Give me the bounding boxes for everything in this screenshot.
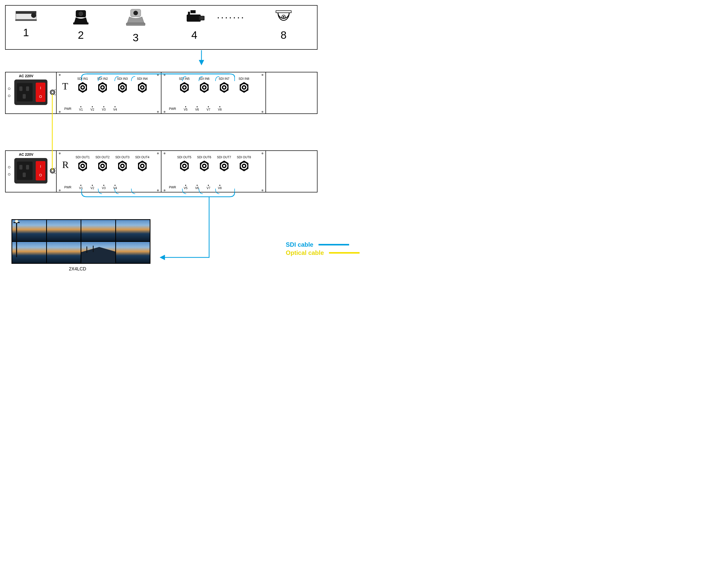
svg-point-30 bbox=[55, 89, 56, 90]
sdi-in5-port: SDI IN5 bbox=[177, 77, 192, 94]
box-camera-icon bbox=[13, 8, 39, 23]
camera-8-number: 8 bbox=[268, 29, 299, 41]
receiver-right-module: ⊕ ⊕ ⊕ ⊕ SDI OUT5 SDI OUT6 SDI OUT7 SDI bbox=[161, 151, 266, 192]
svg-rect-116 bbox=[93, 246, 94, 252]
camera-8: 8 bbox=[268, 8, 299, 41]
video-wall bbox=[12, 219, 150, 264]
camera-sources-panel: 1 2 3 bbox=[5, 5, 318, 50]
sdi-out4-port: SDI OUT4 bbox=[135, 155, 150, 173]
lcd-tile bbox=[81, 220, 115, 241]
transmitter-right-module: ⊕ ⊕ ⊕ ⊕ SDI IN5 SDI IN6 SDI IN7 SDI IN8 bbox=[161, 72, 266, 113]
sdi-out5-port: SDI OUT5 bbox=[177, 155, 192, 173]
svg-point-47 bbox=[141, 86, 143, 88]
pwr-label: PWR bbox=[64, 186, 72, 189]
svg-rect-113 bbox=[16, 242, 17, 257]
svg-rect-66 bbox=[19, 165, 22, 169]
power-inlet-icon: I O bbox=[6, 151, 57, 193]
svg-text:I: I bbox=[40, 86, 41, 90]
transmitter-left-module: ⊕ ⊕ ⊕ ⊕ T SDI IN1 SDI IN2 SDI IN3 bbox=[57, 72, 161, 113]
svg-rect-68 bbox=[23, 172, 26, 177]
svg-point-101 bbox=[203, 165, 205, 167]
bnc-connector-icon bbox=[77, 160, 88, 172]
svg-point-93 bbox=[141, 165, 143, 167]
receiver-ac-label: AC 220V bbox=[19, 152, 34, 156]
legend-optical-line bbox=[329, 252, 360, 254]
legend: SDI cable Optical cable bbox=[286, 241, 360, 257]
sdi-cable-rx-to-lcd bbox=[161, 197, 209, 257]
svg-point-76 bbox=[55, 168, 56, 169]
svg-marker-114 bbox=[81, 247, 115, 263]
svg-rect-6 bbox=[73, 22, 88, 24]
svg-point-97 bbox=[183, 165, 185, 167]
receiver-rack: AC 220V I O ⊕ ⊕ ⊕ ⊕ R bbox=[5, 150, 318, 192]
svg-rect-9 bbox=[126, 23, 145, 25]
svg-point-105 bbox=[223, 165, 225, 167]
bnc-connector-icon bbox=[218, 160, 230, 172]
svg-point-85 bbox=[101, 165, 103, 167]
bnc-connector-icon bbox=[238, 160, 250, 172]
pwr-label: PWR bbox=[169, 107, 176, 111]
svg-point-75 bbox=[51, 169, 54, 172]
sdi-out8-port: SDI OUT8 bbox=[236, 155, 252, 173]
screw-icon: ⊕ bbox=[59, 152, 61, 154]
transmitter-ac-label: AC 220V bbox=[19, 74, 34, 78]
svg-point-63 bbox=[243, 86, 245, 88]
sdi-out6-port: SDI OUT6 bbox=[197, 155, 212, 173]
sdi-in1-port: SDI IN1 bbox=[75, 77, 90, 94]
svg-point-27 bbox=[8, 95, 10, 97]
svg-text:I: I bbox=[40, 164, 41, 168]
bnc-connector-icon bbox=[97, 82, 108, 93]
sdi-bus-bottom bbox=[82, 192, 235, 197]
bnc-connector-icon bbox=[97, 160, 108, 172]
camera-4-number: 4 bbox=[179, 29, 209, 41]
svg-rect-110 bbox=[16, 222, 17, 241]
bnc-connector-icon bbox=[117, 160, 128, 172]
video-wall-label: 2X4LCD bbox=[69, 266, 86, 272]
dome-camera-icon bbox=[271, 8, 296, 26]
sdi-in7-port: SDI IN7 bbox=[217, 77, 232, 94]
screw-icon: ⊕ bbox=[261, 74, 263, 76]
svg-point-74 bbox=[50, 168, 55, 173]
svg-point-89 bbox=[121, 165, 123, 167]
svg-rect-2 bbox=[15, 19, 37, 21]
svg-point-14 bbox=[200, 16, 204, 20]
svg-rect-10 bbox=[187, 15, 201, 22]
lcd-tile bbox=[47, 242, 81, 263]
sdi-out2-port: SDI OUT2 bbox=[95, 155, 110, 173]
svg-rect-21 bbox=[26, 86, 29, 91]
svg-point-51 bbox=[183, 86, 185, 88]
lcd-tile bbox=[116, 242, 150, 263]
sdi-in3-port: SDI IN3 bbox=[115, 77, 130, 94]
svg-point-8 bbox=[133, 11, 138, 15]
transmitter-power-module: AC 220V I O bbox=[6, 72, 57, 113]
receiver-blank bbox=[266, 151, 317, 192]
svg-rect-15 bbox=[276, 11, 291, 13]
svg-rect-22 bbox=[23, 94, 26, 99]
svg-point-26 bbox=[8, 88, 10, 90]
svg-point-59 bbox=[223, 86, 225, 88]
svg-point-35 bbox=[82, 86, 84, 88]
pwr-label: PWR bbox=[169, 186, 176, 189]
svg-rect-69 bbox=[36, 161, 45, 181]
svg-point-3 bbox=[31, 13, 36, 18]
svg-point-73 bbox=[8, 173, 10, 175]
bnc-connector-icon bbox=[238, 82, 250, 93]
screw-icon: ⊕ bbox=[261, 110, 263, 112]
transmitter-blank bbox=[266, 72, 317, 113]
transmitter-rack: AC 220V I O ⊕ ⊕ ⊕ ⊕ T bbox=[5, 72, 318, 114]
svg-rect-67 bbox=[26, 165, 29, 169]
svg-rect-115 bbox=[86, 247, 87, 253]
screw-icon: ⊕ bbox=[261, 189, 263, 191]
bnc-connector-icon bbox=[179, 82, 190, 93]
svg-text:O: O bbox=[39, 173, 42, 177]
sdi-in2-port: SDI IN2 bbox=[95, 77, 110, 94]
svg-rect-23 bbox=[36, 83, 45, 102]
svg-point-28 bbox=[50, 90, 55, 94]
screw-icon: ⊕ bbox=[157, 110, 159, 112]
camera-ellipsis: ....... bbox=[217, 12, 245, 20]
screw-icon: ⊕ bbox=[157, 189, 159, 191]
receiver-left-module: ⊕ ⊕ ⊕ ⊕ R SDI OUT1 SDI OUT2 SDI OUT3 bbox=[57, 151, 161, 192]
svg-point-77 bbox=[55, 173, 56, 174]
svg-point-39 bbox=[101, 86, 103, 88]
camera-3: 3 bbox=[120, 8, 151, 44]
